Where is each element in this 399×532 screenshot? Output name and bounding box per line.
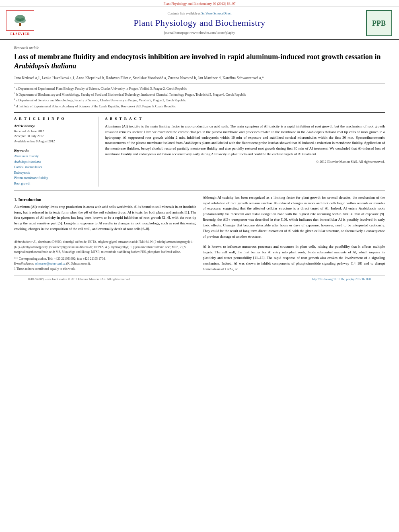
journal-header: ELSEVIER Contents lists available at Sci… (0, 7, 399, 40)
ppb-logo: PPB (366, 10, 392, 36)
intro-right-text2: Al is known to influence numerous proces… (203, 244, 385, 272)
abstract-heading: A B S T R A C T (105, 117, 385, 121)
section-divider (14, 191, 385, 191)
journal-homepage: journal homepage: www.elsevier.com/locat… (164, 31, 235, 35)
intro-right-text1: Although Al toxicity has been recognized… (203, 195, 385, 240)
journal-citation: Plant Physiology and Biochemistry 60 (20… (164, 2, 236, 6)
email-name: (K. Schwarzerová). (66, 262, 91, 265)
intro-title: 1. Introduction (14, 197, 196, 202)
footnotes-block: Abbreviations: Al, aluminum; DMSO, dimet… (14, 237, 196, 271)
keyword-1: Aluminum toxicity (14, 154, 93, 159)
svg-point-2 (19, 18, 26, 23)
equal-contrib-text: 1 These authors contributed equally to t… (14, 267, 76, 271)
intro-left-text: Aluminum (Al) toxicity limits crop produ… (14, 204, 196, 232)
body-section: 1. Introduction Aluminum (Al) toxicity l… (14, 195, 385, 272)
keyword-6: Root growth (14, 181, 93, 187)
homepage-text: journal homepage: www.elsevier.com/locat… (164, 31, 235, 35)
keyword-3: Cortical microtubules (14, 164, 93, 170)
body-right-col: Although Al toxicity has been recognized… (203, 195, 385, 272)
email-label: E-mail address: (14, 262, 34, 265)
authors-line: Jana Krtková a,1, Lenka Havelková a,1, A… (14, 75, 385, 81)
elsevier-logo (6, 10, 34, 31)
sciverse-link[interactable]: SciVerse ScienceDirect (202, 12, 232, 15)
issn-text: 0981-9428/$ – see front matter © 2012 El… (28, 277, 131, 281)
journal-citation-bar: Plant Physiology and Biochemistry 60 (20… (0, 0, 399, 7)
copyright-line: © 2012 Elsevier Masson SAS. All rights r… (105, 160, 385, 164)
page: Plant Physiology and Biochemistry 60 (20… (0, 0, 399, 532)
article-title: Loss of membrane fluidity and endocytosi… (14, 52, 385, 71)
article-info-abstract-section: A R T I C L E I N F O Article history: R… (14, 112, 385, 187)
svg-rect-3 (19, 23, 21, 26)
article-title-text: Loss of membrane fluidity and endocytosi… (14, 53, 381, 61)
keyword-5: Plasma membrane fluidity (14, 175, 93, 181)
article-title-italic: Arabidopsis thaliana (14, 62, 76, 70)
abstract-col: A B S T R A C T Aluminum (Al) toxicity i… (105, 117, 385, 187)
sciverse-line: Contents lists available at SciVerse Sci… (168, 12, 232, 15)
available-date: Available online 9 August 2012 (14, 139, 93, 144)
elsevier-text: ELSEVIER (10, 32, 30, 36)
publisher-logo-area: ELSEVIER (4, 10, 36, 36)
body-left-col: 1. Introduction Aluminum (Al) toxicity l… (14, 195, 196, 272)
abbreviations-line: Abbreviations: Al, aluminum; DMSO, dimet… (14, 240, 196, 255)
corresponding-author-line: * * Corresponding author. Tel.: +420 221… (14, 257, 196, 261)
received-date: Received 26 June 2012 (14, 129, 93, 134)
sciverse-prefix: Contents lists available at (168, 12, 201, 15)
article-info-heading: A R T I C L E I N F O (14, 117, 93, 121)
journal-title-area: Contents lists available at SciVerse Sci… (40, 10, 359, 36)
abbrev-text: Al, aluminum; DMSO, dimethyl sulfoxide; … (14, 240, 193, 254)
main-content: Research article Loss of membrane fluidi… (0, 40, 399, 287)
keywords-block: Keywords: Aluminum toxicity Arabidopsis … (14, 148, 93, 187)
article-history-block: Article history: Received 26 June 2012 A… (14, 124, 93, 144)
affiliations-block: a a Department of Experimental Plant Bio… (14, 83, 385, 109)
affiliation-2: b b Department of Biochemistry and Micro… (14, 91, 385, 97)
article-info-col: A R T I C L E I N F O Article history: R… (14, 117, 99, 187)
bottom-bar: 0981-9428/$ – see front matter © 2012 El… (14, 275, 385, 283)
email-address[interactable]: schwarze@natur.cuni.cz (35, 262, 66, 265)
journal-title: Plant Physiology and Biochemistry (134, 18, 265, 28)
ppb-text: PPB (372, 20, 386, 27)
keywords-label: Keywords: (14, 148, 93, 152)
abstract-text: Aluminum (Al) toxicity is the main limit… (105, 124, 385, 158)
abbrev-label: Abbreviations: (14, 240, 33, 244)
article-type: Research article (14, 44, 385, 50)
corresponding-text: * Corresponding author. Tel.: +420 22195… (16, 257, 106, 261)
ppb-logo-area: PPB (363, 10, 395, 36)
keyword-2: Arabidopsis thaliana (14, 159, 93, 165)
authors-text: Jana Krtková a,1, Lenka Havelková a,1, A… (14, 76, 264, 80)
keyword-4: Endocytosis (14, 170, 93, 176)
equal-contrib-line: 1 These authors contributed equally to t… (14, 267, 196, 271)
affiliation-1: a a Department of Experimental Plant Bio… (14, 85, 385, 91)
affiliation-4: d d Institute of Experimental Botany, Ac… (14, 103, 385, 109)
accepted-date: Accepted 31 July 2012 (14, 134, 93, 139)
affiliation-3: c c Department of Genetics and Microbiol… (14, 97, 385, 103)
email-line: E-mail address: schwarze@natur.cuni.cz (… (14, 261, 196, 266)
doi-link[interactable]: http://dx.doi.org/10.1016/j.plaphy.2012.… (312, 277, 371, 281)
elsevier-tree-icon (12, 14, 28, 27)
history-label: Article history: (14, 124, 93, 128)
